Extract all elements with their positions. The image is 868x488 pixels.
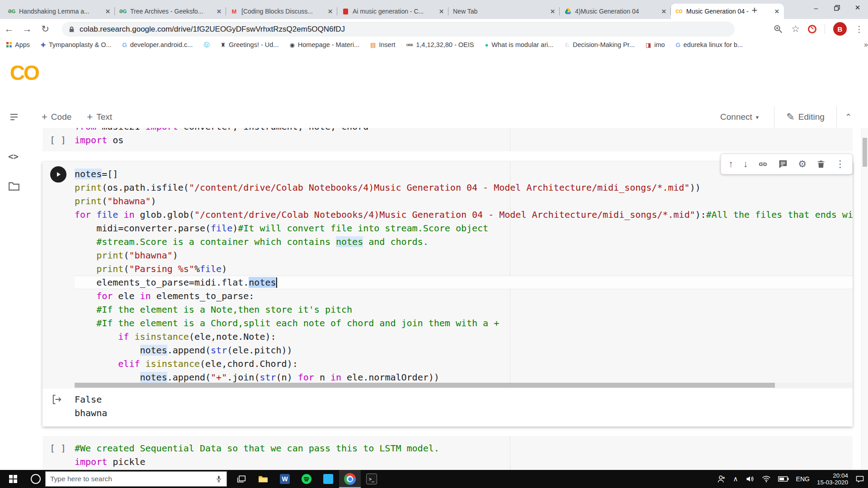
bookmark-item[interactable]: ♘Decision-Making Pr...: [564, 41, 635, 48]
code-line[interactable]: import os: [75, 133, 853, 147]
bookmarks-overflow-icon[interactable]: »: [864, 41, 868, 49]
delete-cell-icon[interactable]: [816, 159, 826, 169]
taskbar-search-input[interactable]: Type here to search: [45, 471, 227, 487]
code-line[interactable]: notes.append(str(ele.pitch)): [75, 343, 853, 357]
code-line[interactable]: #We created Sequential Data so that we c…: [75, 441, 853, 455]
word-app-icon[interactable]: W: [274, 470, 296, 488]
tray-expand-icon[interactable]: ∧: [733, 475, 738, 483]
add-code-button[interactable]: + Code: [42, 111, 71, 123]
run-placeholder[interactable]: [ ]: [50, 441, 66, 455]
code-snippets-icon[interactable]: <>: [8, 151, 19, 161]
run-cell-button[interactable]: [50, 166, 66, 183]
browser-tab[interactable]: ƏGHandshaking Lemma a...✕: [4, 4, 115, 19]
extension-icon[interactable]: [808, 25, 816, 33]
task-view-icon[interactable]: [231, 470, 252, 488]
browser-menu-icon[interactable]: ⋮: [855, 24, 863, 34]
restore-button[interactable]: [826, 0, 847, 15]
more-cell-options-icon[interactable]: ⋮: [835, 159, 845, 169]
browser-tab[interactable]: Ai music generation - C...✕: [337, 4, 448, 19]
spotify-app-icon[interactable]: [296, 470, 317, 488]
bookmark-item[interactable]: Gedureka linux for b...: [676, 41, 743, 48]
bookmark-item[interactable]: ✚Tympanoplasty & O...: [41, 41, 112, 48]
tab-close-icon[interactable]: ✕: [661, 8, 666, 15]
browser-tab[interactable]: M[Coding Blocks Discuss...✕: [226, 4, 337, 19]
bookmark-star-icon[interactable]: ☆: [791, 23, 800, 34]
code-line[interactable]: for ele in elements_to_parse:: [75, 289, 853, 303]
bookmark-item[interactable]: ◉Homepage - Materi...: [289, 41, 359, 48]
add-text-button[interactable]: + Text: [87, 111, 112, 123]
colab-logo[interactable]: CO: [10, 61, 38, 85]
code-editor[interactable]: notes=[]print(os.path.isfile("/content/d…: [75, 167, 853, 384]
code-line[interactable]: from music21 import converter, instrumen…: [75, 128, 853, 133]
scrollbar-thumb[interactable]: [863, 138, 867, 167]
code-line[interactable]: elements_to_parse=midi.flat.notes: [75, 276, 853, 289]
code-editor[interactable]: #We created Sequential Data so that we c…: [75, 441, 853, 469]
bookmark-item[interactable]: OEIS1,4,12,32,80 - OEIS: [406, 41, 474, 48]
link-cell-icon[interactable]: [758, 159, 768, 169]
code-line[interactable]: #stream.Score is a container which conta…: [75, 235, 853, 249]
tab-close-icon[interactable]: ✕: [774, 8, 779, 15]
connect-button[interactable]: Connect ▾: [720, 112, 759, 122]
code-cell-import-os[interactable]: [ ] from music21 import converter, instr…: [42, 128, 853, 151]
start-button[interactable]: [0, 470, 26, 488]
code-line[interactable]: #If the element is a Chord,split each no…: [75, 316, 853, 330]
wifi-icon[interactable]: [762, 475, 771, 483]
code-line[interactable]: for file in glob.glob("/content/drive/Co…: [75, 208, 853, 221]
back-button[interactable]: ←: [0, 23, 18, 34]
code-line[interactable]: #If the element is a Note,then store it'…: [75, 303, 853, 316]
editing-mode-button[interactable]: ✎ Editing: [774, 106, 837, 128]
tab-close-icon[interactable]: ✕: [550, 8, 555, 15]
code-line[interactable]: midi=converter.parse(file)#It will conve…: [75, 221, 853, 235]
code-line[interactable]: notes.append("+".join(str(n) for n in el…: [75, 371, 853, 384]
code-cell-main[interactable]: notes=[]print(os.path.isfile("/content/d…: [42, 162, 853, 427]
bookmark-item[interactable]: Gdeveloper.android.c...: [123, 41, 193, 48]
bookmark-item[interactable]: Apps: [6, 41, 30, 48]
browser-tab-active[interactable]: COMusic Generation 04 -✕: [671, 4, 784, 19]
move-cell-up-icon[interactable]: ↑: [728, 159, 733, 169]
microphone-icon[interactable]: [216, 475, 222, 483]
close-button[interactable]: ✕: [847, 0, 868, 15]
comment-cell-icon[interactable]: [778, 159, 788, 169]
code-editor[interactable]: from music21 import converter, instrumen…: [75, 128, 853, 147]
cell-settings-gear-icon[interactable]: ⚙: [798, 159, 807, 169]
zoom-icon[interactable]: [773, 24, 783, 34]
move-cell-down-icon[interactable]: ↓: [743, 159, 748, 169]
bookmark-item[interactable]: ▤Insert: [370, 41, 396, 48]
collapse-header-button[interactable]: ⌃: [837, 112, 860, 122]
new-tab-button[interactable]: +: [748, 4, 761, 17]
code-line[interactable]: print("bhawna"): [75, 194, 853, 208]
terminal-app-icon[interactable]: >_: [361, 470, 382, 488]
code-line[interactable]: if isinstance(ele,note.Note):: [75, 330, 853, 343]
chrome-app-icon[interactable]: [339, 470, 361, 488]
minimize-button[interactable]: –: [806, 0, 826, 15]
cortana-button[interactable]: [26, 470, 45, 488]
files-folder-icon[interactable]: [8, 181, 20, 191]
people-icon[interactable]: [717, 475, 726, 483]
file-explorer-icon[interactable]: [252, 470, 274, 488]
code-line[interactable]: import pickle: [75, 455, 853, 469]
code-cell-pickle[interactable]: [ ] #We created Sequential Data so that …: [42, 436, 853, 470]
code-line[interactable]: elif isinstance(ele,chord.Chord):: [75, 357, 853, 371]
bookmark-item[interactable]: ◨imo: [646, 41, 665, 48]
speaker-icon[interactable]: [745, 475, 755, 483]
code-line[interactable]: print("bhawna"): [75, 249, 853, 262]
browser-tab[interactable]: ƏGTree Archives - Geeksfo...✕: [115, 4, 226, 19]
bookmark-item[interactable]: ●What is modular ari...: [485, 41, 553, 48]
blue-app-icon[interactable]: [317, 470, 339, 488]
table-of-contents-icon[interactable]: [8, 112, 20, 122]
code-line[interactable]: print("Parsing %s"%file): [75, 262, 853, 276]
battery-icon[interactable]: [778, 476, 789, 482]
run-placeholder[interactable]: [ ]: [50, 133, 66, 147]
address-bar[interactable]: colab.research.google.com/drive/1fG2UEOG…: [62, 22, 735, 37]
taskbar-clock[interactable]: 20:04 15-03-2020: [817, 472, 848, 486]
tab-close-icon[interactable]: ✕: [217, 8, 222, 15]
code-line[interactable]: print(os.path.isfile("/content/drive/Col…: [75, 181, 853, 194]
browser-tab[interactable]: New Tab✕: [448, 4, 560, 19]
browser-profile-avatar[interactable]: B: [833, 22, 847, 36]
browser-tab[interactable]: 4)Music Generation 04✕: [560, 4, 671, 19]
vertical-scrollbar[interactable]: [861, 128, 868, 470]
language-indicator[interactable]: ENG: [796, 475, 810, 483]
tab-close-icon[interactable]: ✕: [105, 8, 110, 15]
tab-close-icon[interactable]: ✕: [328, 8, 333, 15]
notification-center-icon[interactable]: [855, 475, 864, 483]
